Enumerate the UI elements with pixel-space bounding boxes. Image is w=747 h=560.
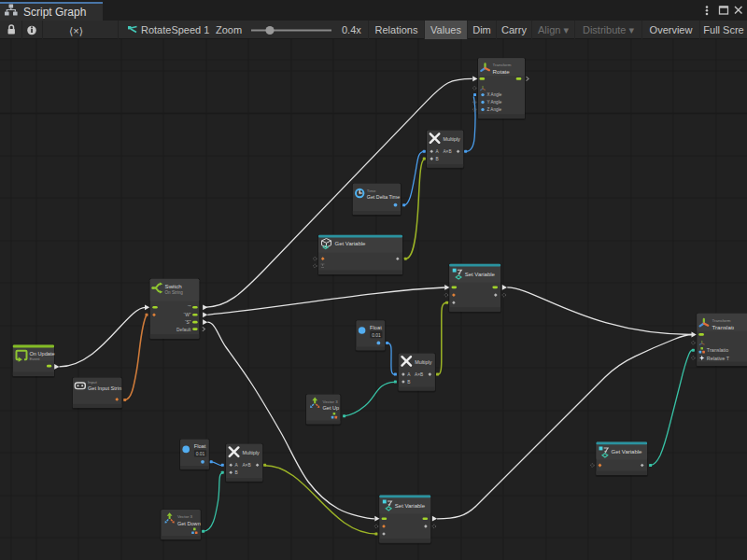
svg-text:Translatio: Translatio <box>707 347 728 353</box>
svg-text:Vector 3: Vector 3 <box>323 399 339 404</box>
svg-text:0.01: 0.01 <box>196 452 205 456</box>
svg-text:Vector 3: Vector 3 <box>177 514 193 519</box>
svg-text:⟨×⟩: ⟨×⟩ <box>69 24 83 35</box>
svg-text:Transform: Transform <box>712 318 731 323</box>
svg-text:Translatı: Translatı <box>712 324 735 330</box>
svg-text:Switch: Switch <box>165 283 183 289</box>
svg-text:X Angle: X Angle <box>487 92 502 97</box>
svg-text:Float: Float <box>370 325 382 330</box>
svg-text:A×B: A×B <box>443 149 451 154</box>
svg-text:A×B: A×B <box>242 463 250 468</box>
svg-text:Y Angle: Y Angle <box>487 100 502 105</box>
svg-text:B: B <box>407 380 410 385</box>
svg-text:On Update: On Update <box>30 351 55 357</box>
svg-text:Rotate: Rotate <box>493 68 511 75</box>
svg-text:Relative T: Relative T <box>707 356 730 361</box>
svg-text:“”: “” <box>188 305 191 310</box>
svg-text:Set Variable: Set Variable <box>465 272 496 277</box>
svg-text:“W”: “W” <box>184 313 191 317</box>
svg-text:0.01: 0.01 <box>372 333 381 338</box>
svg-text:Get Variable: Get Variable <box>335 241 367 246</box>
svg-text:B: B <box>436 157 439 161</box>
svg-text:On String: On String <box>165 290 184 295</box>
svg-text:Multiply: Multiply <box>444 136 461 142</box>
svg-text:Transform: Transform <box>493 63 512 67</box>
svg-text:Get Input Strin: Get Input Strin <box>88 385 121 391</box>
svg-text:Get Variable: Get Variable <box>612 449 643 455</box>
svg-text:A×B: A×B <box>415 372 423 377</box>
svg-text:Get Down: Get Down <box>177 521 201 526</box>
svg-text:“S”: “S” <box>185 320 191 325</box>
svg-text:Multiply: Multiply <box>243 450 261 455</box>
svg-text:Multiply: Multiply <box>415 359 432 365</box>
svg-text:Input: Input <box>88 380 98 385</box>
svg-text:Get Up: Get Up <box>323 405 340 411</box>
svg-text:Set Variable: Set Variable <box>395 503 426 509</box>
svg-text:Time: Time <box>367 189 376 193</box>
svg-text:Float: Float <box>194 443 206 449</box>
svg-text:Default: Default <box>176 328 191 332</box>
svg-text:Z Angle: Z Angle <box>487 107 502 112</box>
svg-text:Event: Event <box>30 357 41 361</box>
svg-text:B: B <box>235 470 238 475</box>
svg-text:Get Delta Time: Get Delta Time <box>367 194 400 200</box>
